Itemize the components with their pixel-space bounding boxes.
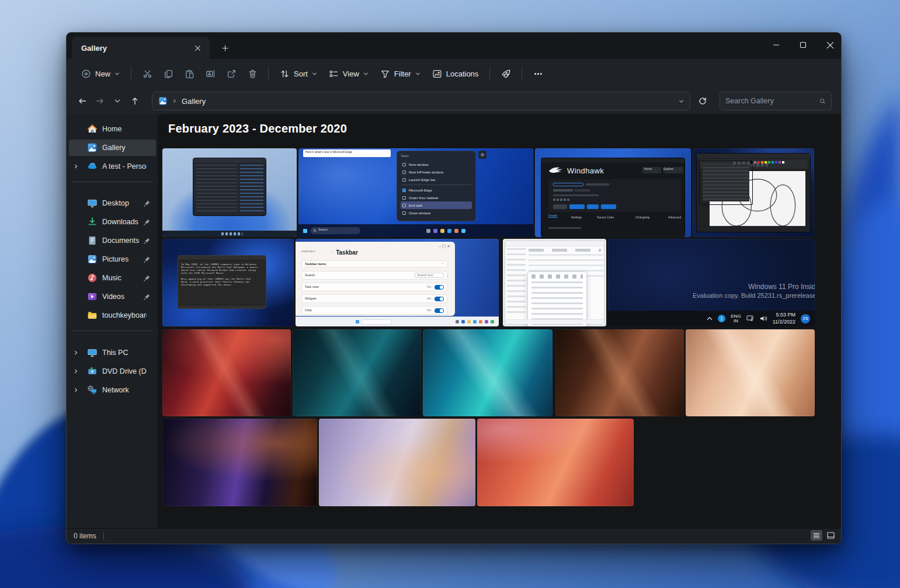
tab-gallery[interactable]: Gallery: [72, 37, 210, 59]
gallery-thumbnail-wallpaper-teal-silk[interactable]: [423, 329, 552, 416]
sidebar-item-music[interactable]: Music: [69, 270, 156, 286]
sidebar-item-documents[interactable]: Documents: [69, 232, 156, 249]
view-icon: [329, 69, 339, 79]
delete-icon: [248, 69, 258, 79]
locations-button[interactable]: Locations: [426, 64, 485, 83]
gallery-thumbnail-wallpaper-red-silk[interactable]: [162, 329, 291, 416]
sidebar-item-desktop[interactable]: Desktop: [69, 195, 156, 211]
filter-button[interactable]: Filter: [374, 64, 426, 83]
tray-chevron-icon: [707, 316, 713, 321]
sidebar-item-videos[interactable]: Videos: [69, 288, 156, 305]
edge-banner-text: Here's what's new in Microsoft Edge: [305, 150, 352, 154]
ellipsis-icon: [533, 69, 543, 79]
documents-icon: [87, 235, 98, 246]
address-bar[interactable]: Gallery: [152, 92, 690, 110]
expand-chevron-icon[interactable]: [73, 368, 79, 374]
dvd-drive-icon: [87, 366, 98, 377]
gallery-thumbnail-settings-taskbar[interactable]: – ▢ ✕ onalization › Taskbar Taskbar item…: [296, 239, 499, 326]
gallery-thumbnail-wallpaper-dark-teal-silk[interactable]: [293, 329, 421, 416]
toggle-on: [435, 297, 444, 301]
new-button[interactable]: New: [75, 64, 126, 83]
gallery-thumbnail-paint[interactable]: [693, 148, 814, 237]
gallery-thumbnail-wallpaper-lavender-waves[interactable]: [319, 419, 475, 506]
pictures-icon: [87, 254, 98, 265]
sidebar-item-touchkeyboard[interactable]: touchkeyboard: [69, 307, 156, 323]
volume-icon: [760, 315, 767, 322]
filter-label: Filter: [394, 69, 411, 78]
gallery-thumbnail-notepad[interactable]: In May 1983, at the COMDEX computer expo…: [162, 239, 294, 326]
sidebar-item-onedrive-personal[interactable]: A test - Personal: [69, 158, 156, 175]
rename-button[interactable]: [200, 64, 221, 83]
expand-chevron-icon[interactable]: [73, 350, 79, 356]
paste-button[interactable]: [179, 64, 200, 83]
sidebar-divider: [72, 330, 153, 331]
large-thumbnails-view-button[interactable]: [825, 530, 836, 541]
title-bar[interactable]: Gallery: [67, 33, 841, 59]
gallery-thumbnail-insider-desktop[interactable]: Windows 11 Pro Insider Preview Evaluatio…: [608, 239, 815, 326]
folder-icon: [87, 310, 98, 321]
recent-locations-button[interactable]: [109, 92, 126, 110]
gallery-icon: [87, 142, 98, 153]
pizza-icon: [501, 69, 511, 79]
search-icon: [819, 98, 826, 105]
sort-button[interactable]: Sort: [274, 64, 323, 83]
search-box[interactable]: [720, 92, 832, 110]
details-view-button[interactable]: [811, 530, 822, 541]
pin-icon: [143, 237, 151, 245]
chevron-down-icon: [114, 71, 120, 76]
search-input[interactable]: [725, 97, 819, 105]
refresh-button[interactable]: [694, 92, 711, 110]
notepad-text-2: Also appearing at that COMDEX was the Mu…: [181, 277, 260, 287]
downloads-icon: [87, 217, 98, 227]
minimize-button[interactable]: [763, 33, 790, 57]
address-dropdown-icon[interactable]: [679, 99, 684, 104]
gallery-thumbnail-windhawk[interactable]: Windhawk Home Explore: [535, 148, 691, 237]
home-icon: [87, 124, 98, 134]
chevron-down-icon: [363, 71, 369, 76]
paste-icon: [185, 69, 194, 79]
edge-jumplist-menu: Tasks New window New InPrivate window La…: [397, 151, 476, 221]
sidebar-item-home[interactable]: Home: [69, 121, 156, 137]
chevron-down-icon: [415, 71, 421, 76]
sidebar-item-this-pc[interactable]: This PC: [69, 345, 156, 361]
new-plus-icon: [81, 69, 91, 79]
copy-button[interactable]: [158, 64, 179, 83]
gear-icon: [478, 151, 487, 159]
back-button[interactable]: [74, 92, 91, 110]
pin-icon: [143, 256, 151, 263]
gallery-thumbnail-wallpaper-violet-waves[interactable]: [162, 419, 317, 506]
sidebar-divider: [72, 182, 153, 182]
gallery-thumbnail-wallpaper-peach-dunes[interactable]: [686, 329, 815, 416]
gallery-thumbnail-explorer-context-menu[interactable]: [503, 239, 606, 326]
sidebar-item-gallery[interactable]: Gallery: [69, 140, 156, 156]
delete-button[interactable]: [242, 64, 263, 83]
sort-label: Sort: [294, 69, 308, 78]
pin-icon: [143, 218, 151, 226]
maximize-button[interactable]: [790, 33, 816, 57]
close-button[interactable]: [816, 33, 842, 57]
new-tab-button[interactable]: [217, 41, 232, 55]
gallery-thumbnail-wallpaper-coral-waves[interactable]: [477, 419, 634, 506]
gallery-group-header: February 2023 - December 2020: [168, 122, 347, 135]
up-button[interactable]: [126, 92, 144, 110]
new-label: New: [95, 69, 110, 78]
sidebar-item-pictures[interactable]: Pictures: [69, 251, 156, 267]
breadcrumb-chevron-icon: [172, 99, 177, 103]
forward-button[interactable]: [91, 92, 109, 110]
gallery-thumbnail-screenshot-file-list[interactable]: [162, 148, 297, 237]
gallery-thumbnail-wallpaper-copper-dunes[interactable]: [555, 329, 684, 416]
sidebar-item-downloads[interactable]: Downloads: [69, 214, 156, 230]
sidebar-item-network[interactable]: Network: [69, 382, 156, 398]
gallery-thumbnail-edge-jumplist[interactable]: Here's what's new in Microsoft Edge Task…: [298, 148, 533, 237]
cut-button[interactable]: [137, 64, 158, 83]
sidebar-item-dvd-drive[interactable]: DVD Drive (D:) CCC: [69, 363, 156, 380]
share-button[interactable]: [221, 64, 242, 83]
expand-chevron-icon[interactable]: [73, 163, 79, 169]
pizza-button[interactable]: [495, 64, 516, 83]
view-button[interactable]: View: [323, 64, 374, 83]
expand-chevron-icon[interactable]: [73, 387, 79, 393]
windhawk-title: Windhawk: [567, 166, 604, 175]
more-options-button[interactable]: [527, 64, 548, 83]
tab-title: Gallery: [81, 44, 191, 53]
tab-close-icon[interactable]: [191, 41, 204, 54]
